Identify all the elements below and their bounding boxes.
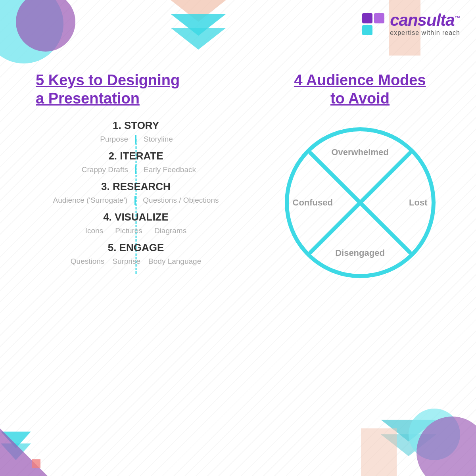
logo-area: cansulta™ expertise within reach [362, 12, 460, 36]
key-1-sub: Purpose Storyline [36, 135, 236, 144]
mode-disengaged: Disengaged [335, 248, 385, 258]
cyan-circle-bottom-right [409, 409, 460, 460]
key-4-title: 4. VISUALIZE [36, 211, 236, 223]
chevron-bl-cyan-2 [1, 443, 31, 460]
key-5-body-language: Body Language [148, 257, 201, 266]
key-item-3: 3. RESEARCH Audience ('Surrogate') Quest… [36, 180, 236, 205]
key-item-1: 1. STORY Purpose Storyline [36, 119, 236, 144]
logo-brand-name: cansulta™ [390, 12, 460, 29]
pink-square-bottom-left [32, 459, 40, 468]
key-item-5: 5. ENGAGE Questions Surprise Body Langua… [36, 242, 236, 266]
key-3-title: 3. RESEARCH [36, 180, 236, 193]
right-panel: 4 Audience Modes to Avoid Overwhelmed Co… [244, 71, 476, 278]
key-item-4: 4. VISUALIZE Icons Pictures Diagrams [36, 211, 236, 235]
key-4-diagrams: Diagrams [154, 226, 186, 235]
key-1-left: Purpose [64, 135, 135, 144]
key-2-sep [135, 165, 136, 174]
right-title-line1: 4 Audience Modes [294, 72, 426, 88]
left-panel: 5 Keys to Designing a Presentation 1. ST… [0, 71, 244, 278]
logo-icon [362, 13, 384, 35]
key-1-title: 1. STORY [36, 119, 236, 132]
key-3-right: Questions / Objections [136, 196, 219, 205]
logo-sq-purple [362, 13, 372, 23]
mode-confused: Confused [293, 198, 333, 208]
chevron-br-cyan-1 [381, 420, 436, 441]
cyan-circle-top-left [0, 0, 63, 63]
key-3-sep [134, 196, 136, 205]
purple-triangle-bottom-left [0, 428, 48, 476]
purple-circle-bottom-right [416, 416, 476, 476]
mode-overwhelmed: Overwhelmed [331, 147, 388, 157]
logo-sq-light-purple [374, 13, 384, 23]
key-3-left: Audience ('Surrogate') [53, 196, 134, 205]
left-title-line1: 5 Keys to Designing [36, 72, 180, 88]
key-5-sub: Questions Surprise Body Language [36, 257, 236, 266]
logo-tagline: expertise within reach [390, 29, 460, 36]
key-5-surprise: Surprise [112, 257, 140, 266]
peach-rect-bottom-right [361, 428, 397, 476]
chevron-bl-cyan-1 [1, 432, 31, 448]
key-item-2: 2. ITERATE Crappy Drafts Early Feedback [36, 150, 236, 174]
key-2-right: Early Feedback [136, 165, 208, 174]
chevron-br-cyan-2 [381, 434, 436, 456]
left-section-title: 5 Keys to Designing a Presentation [36, 71, 236, 107]
key-2-sub: Crappy Drafts Early Feedback [36, 165, 236, 174]
chevrons-top-center [167, 0, 230, 50]
key-5-title: 5. ENGAGE [36, 242, 236, 254]
chevron-cyan-icon-1 [171, 14, 226, 36]
chevron-peach-icon [171, 0, 226, 22]
keys-list: 1. STORY Purpose Storyline 2. ITERATE Cr… [36, 119, 236, 266]
right-section-title: 4 Audience Modes to Avoid [294, 71, 426, 107]
key-1-sep [135, 135, 136, 144]
logo-text-group: cansulta™ expertise within reach [390, 12, 460, 36]
mode-lost: Lost [409, 198, 427, 208]
chevron-cyan-icon-2 [171, 28, 226, 50]
right-title-line2: to Avoid [330, 90, 390, 107]
key-3-sub: Audience ('Surrogate') Questions / Objec… [36, 196, 236, 205]
key-2-title: 2. ITERATE [36, 150, 236, 162]
circle-diagram: Overwhelmed Confused Lost Disengaged [285, 127, 436, 278]
logo-sq-empty [374, 25, 384, 35]
key-5-questions: Questions [71, 257, 105, 266]
main-content: 5 Keys to Designing a Presentation 1. ST… [0, 71, 476, 278]
key-4-icons: Icons [85, 226, 103, 235]
key-1-right: Storyline [136, 135, 208, 144]
logo-sq-cyan [362, 25, 372, 35]
key-4-sub: Icons Pictures Diagrams [36, 226, 236, 235]
left-title-line2: a Presentation [36, 90, 140, 107]
logo-tm: ™ [455, 15, 460, 21]
logo-brand-text: cansulta [390, 11, 454, 29]
key-4-pictures: Pictures [115, 226, 142, 235]
chevrons-bottom-left [0, 432, 32, 460]
purple-circle-top-left [16, 0, 75, 52]
chevrons-bottom-right [381, 420, 436, 456]
key-2-left: Crappy Drafts [64, 165, 135, 174]
